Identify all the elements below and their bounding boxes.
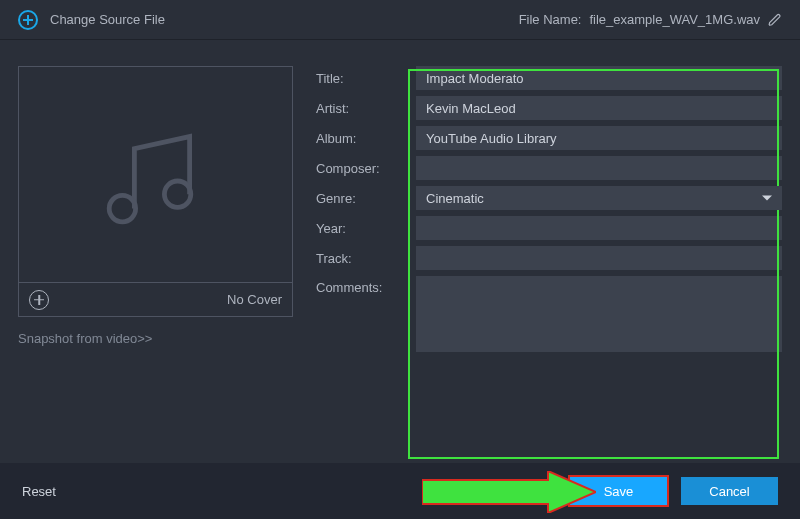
metadata-form: Title: Artist: Album: Composer: Genre: C…: [316, 66, 782, 463]
save-button[interactable]: Save: [570, 477, 667, 505]
edit-icon[interactable]: [768, 13, 782, 27]
change-source-link[interactable]: Change Source File: [50, 12, 165, 27]
cancel-button-label: Cancel: [709, 484, 749, 499]
cover-art-placeholder: [19, 67, 292, 282]
add-cover-button[interactable]: [29, 290, 49, 310]
reset-button[interactable]: Reset: [22, 484, 56, 499]
album-label: Album:: [316, 131, 416, 146]
svg-point-0: [109, 195, 135, 221]
comments-input[interactable]: [416, 276, 782, 352]
year-input[interactable]: [416, 216, 782, 240]
file-name-label: File Name:: [519, 12, 582, 27]
title-input[interactable]: [416, 66, 782, 90]
snapshot-from-video-link[interactable]: Snapshot from video>>: [18, 331, 316, 346]
save-button-label: Save: [604, 484, 634, 499]
chevron-down-icon: [762, 196, 772, 201]
comments-label: Comments:: [316, 276, 416, 295]
plus-icon[interactable]: [18, 10, 38, 30]
file-name-group: File Name: file_example_WAV_1MG.wav: [519, 12, 782, 27]
svg-point-1: [164, 181, 190, 207]
file-name-value: file_example_WAV_1MG.wav: [589, 12, 760, 27]
genre-select[interactable]: Cinematic: [416, 186, 782, 210]
year-label: Year:: [316, 221, 416, 236]
cover-column: No Cover Snapshot from video>>: [18, 66, 316, 463]
composer-input[interactable]: [416, 156, 782, 180]
header-bar: Change Source File File Name: file_examp…: [0, 0, 800, 40]
cover-art-box: No Cover: [18, 66, 293, 317]
music-note-icon: [96, 115, 216, 235]
footer-bar: Reset Save Cancel: [0, 463, 800, 519]
genre-select-value: Cinematic: [426, 191, 484, 206]
content-area: No Cover Snapshot from video>> Title: Ar…: [0, 40, 800, 463]
composer-label: Composer:: [316, 161, 416, 176]
album-input[interactable]: [416, 126, 782, 150]
artist-label: Artist:: [316, 101, 416, 116]
title-label: Title:: [316, 71, 416, 86]
cancel-button[interactable]: Cancel: [681, 477, 778, 505]
track-label: Track:: [316, 251, 416, 266]
no-cover-label: No Cover: [227, 292, 282, 307]
genre-label: Genre:: [316, 191, 416, 206]
artist-input[interactable]: [416, 96, 782, 120]
track-input[interactable]: [416, 246, 782, 270]
cover-footer: No Cover: [19, 282, 292, 316]
